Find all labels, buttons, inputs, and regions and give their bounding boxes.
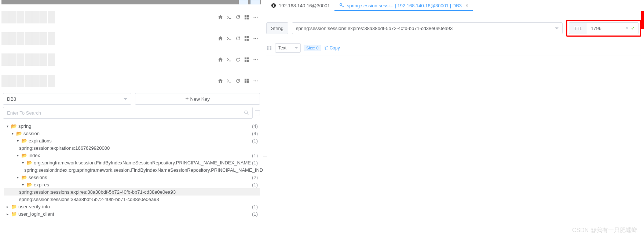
view-mode-select[interactable]: Text	[275, 43, 301, 53]
ttl-confirm-icon[interactable]: ✓	[631, 25, 635, 31]
value-content-area[interactable]	[266, 56, 641, 209]
tree-key-sessions[interactable]: spring:session:sessions:38a38bdf-5b72-40…	[4, 196, 260, 203]
tree-folder-spring[interactable]: ▾📂spring(4)	[4, 122, 260, 130]
key-name-input[interactable]: spring:session:sessions:expires:38a38bdf…	[292, 22, 563, 34]
top-button-1[interactable]	[239, 0, 248, 4]
home-icon[interactable]	[217, 78, 223, 84]
tree-key-expires-selected[interactable]: spring:session:sessions:expires:38a38bdf…	[4, 188, 260, 196]
tree-folder-uvi[interactable]: ▸📁user-verify-info(1)	[4, 203, 260, 210]
tree-folder-expirations[interactable]: ▾📂expirations(1)	[4, 137, 260, 144]
svg-rect-2	[245, 18, 246, 19]
home-icon[interactable]	[217, 14, 223, 20]
more-icon[interactable]	[253, 14, 259, 20]
db-select[interactable]: DB3	[3, 93, 131, 105]
connection-row[interactable]	[1, 70, 260, 92]
split-handle[interactable]: ||	[263, 156, 267, 156]
search-icon[interactable]	[244, 110, 249, 116]
ttl-highlight-box: TTL 1796 × ✓	[566, 20, 641, 37]
tree-folder-index-principal[interactable]: ▾📂org.springframework.session.FindByInde…	[4, 159, 260, 166]
search-toggle-checkbox[interactable]	[255, 110, 260, 115]
home-icon[interactable]	[217, 36, 223, 41]
close-icon[interactable]: ×	[465, 3, 468, 8]
key-type-label: String	[266, 22, 288, 34]
svg-rect-21	[245, 79, 246, 81]
svg-rect-7	[245, 36, 246, 38]
svg-rect-14	[245, 57, 246, 59]
red-edge-annotation	[641, 11, 644, 29]
svg-rect-35	[267, 48, 268, 50]
svg-rect-10	[247, 39, 249, 41]
svg-rect-1	[247, 15, 249, 17]
grid-icon[interactable]	[244, 14, 250, 20]
grid-icon[interactable]	[244, 78, 250, 84]
search-input-wrap	[3, 107, 253, 119]
svg-rect-34	[270, 46, 271, 48]
copy-button[interactable]: Copy	[324, 45, 340, 51]
svg-point-19	[255, 59, 256, 60]
tab-bar: 192.168.140.16@30001 spring:session:sess…	[266, 0, 641, 12]
tab-label: 192.168.140.16@30001	[279, 3, 330, 8]
watermark-text: CSDN @我有一只肥螳螂	[572, 227, 637, 234]
svg-point-27	[257, 81, 258, 82]
terminal-icon[interactable]	[226, 14, 232, 20]
svg-point-12	[255, 38, 256, 39]
more-icon[interactable]	[253, 57, 259, 63]
svg-rect-0	[245, 15, 246, 17]
info-icon	[271, 3, 277, 8]
svg-point-28	[245, 111, 248, 114]
top-button-2[interactable]	[250, 0, 260, 4]
svg-rect-15	[247, 57, 249, 59]
tab-server[interactable]: 192.168.140.16@30001	[266, 1, 334, 11]
refresh-icon[interactable]	[235, 78, 241, 84]
more-icon[interactable]	[253, 36, 259, 41]
more-icon[interactable]	[253, 78, 259, 84]
tree-key-index[interactable]: spring:session:index:org.springframework…	[4, 166, 260, 174]
grid-icon[interactable]	[244, 57, 250, 63]
ttl-input[interactable]: 1796 × ✓	[587, 22, 638, 34]
svg-point-4	[253, 17, 255, 18]
new-key-label: New Key	[190, 96, 210, 102]
home-icon[interactable]	[217, 57, 223, 63]
tab-key-detail[interactable]: spring:session:sessi... | 192.168.140.16…	[334, 1, 473, 11]
tree-key-expirations[interactable]: spring:session:expirations:1667629920000	[4, 144, 260, 152]
svg-point-18	[253, 59, 255, 60]
connection-row[interactable]	[1, 28, 260, 49]
left-panel: DB3 +New Key ▾📂spring(4) ▾📂session(4) ▾📂…	[0, 0, 263, 238]
terminal-icon[interactable]	[226, 36, 232, 41]
ttl-label: TTL	[569, 22, 587, 34]
tab-label: spring:session:sessi... | 192.168.140.16…	[347, 3, 462, 8]
svg-point-6	[257, 17, 258, 18]
tree-folder-expires[interactable]: ▾📂expires(1)	[4, 181, 260, 188]
refresh-icon[interactable]	[235, 36, 241, 41]
connection-row[interactable]	[1, 49, 260, 70]
new-key-button[interactable]: +New Key	[135, 93, 260, 105]
svg-rect-16	[245, 60, 246, 62]
tree-folder-ulc[interactable]: ▸📁user_login_client(1)	[4, 210, 260, 217]
tree-folder-session[interactable]: ▾📂session(4)	[4, 130, 260, 137]
ttl-clear-icon[interactable]: ×	[626, 25, 629, 31]
svg-point-26	[255, 81, 256, 82]
terminal-icon[interactable]	[226, 57, 232, 63]
svg-point-11	[253, 38, 255, 39]
size-badge: Size: 0	[304, 45, 321, 51]
svg-rect-22	[247, 79, 249, 81]
refresh-icon[interactable]	[235, 14, 241, 20]
grid-icon[interactable]	[244, 36, 250, 41]
svg-rect-23	[245, 81, 246, 83]
svg-point-13	[257, 38, 258, 39]
search-input[interactable]	[7, 110, 249, 116]
tree-folder-index[interactable]: ▾📂index(1)	[4, 152, 260, 159]
svg-point-5	[255, 17, 256, 18]
connection-row[interactable]	[1, 7, 260, 28]
refresh-icon[interactable]	[235, 57, 241, 63]
svg-rect-24	[247, 81, 249, 83]
svg-rect-40	[325, 47, 328, 50]
svg-point-25	[253, 81, 255, 82]
svg-rect-33	[267, 46, 268, 48]
tree-folder-sessions[interactable]: ▾📂sessions(2)	[4, 174, 260, 181]
terminal-icon[interactable]	[226, 78, 232, 84]
right-panel: 192.168.140.16@30001 spring:session:sess…	[263, 0, 644, 238]
svg-rect-9	[245, 39, 246, 41]
svg-rect-17	[247, 60, 249, 62]
binary-icon[interactable]	[266, 45, 272, 51]
